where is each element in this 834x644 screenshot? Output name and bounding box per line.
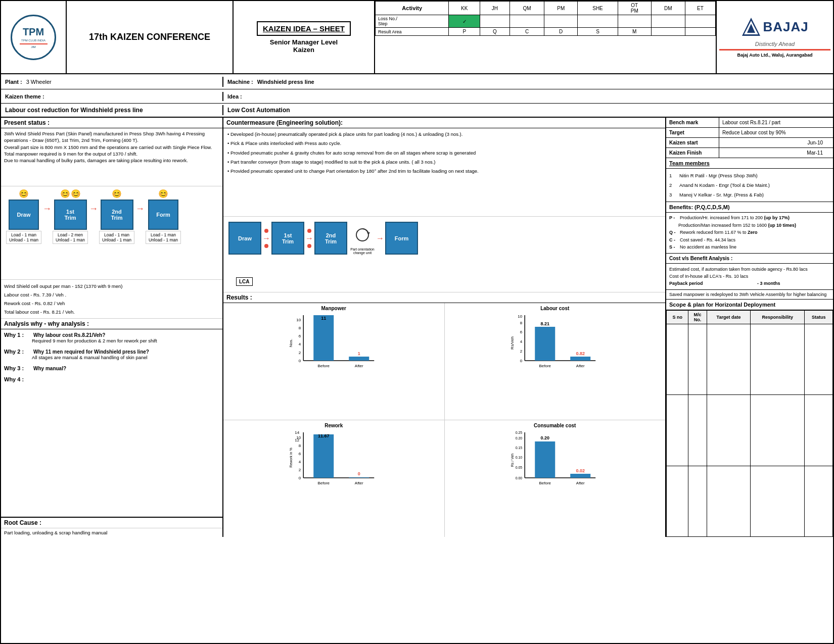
benefit-p2: Production/Man increased form 152 to 160…: [678, 222, 830, 229]
2trim-box: 2ndTrim: [101, 200, 133, 230]
scope-r1-sno: [667, 324, 688, 394]
member-1: 1 Nitin R Patil - Mgr (Press Shop 3Wh): [669, 171, 830, 180]
analysis-header: Analysis why - why analysis :: [1, 319, 222, 329]
machine-value: Windshield press line: [257, 79, 314, 85]
svg-text:6: 6: [520, 330, 522, 334]
svg-rect-31: [313, 434, 334, 478]
result-blank1: [651, 28, 685, 36]
metrics-section: Wind Shield cell ouput per man - 152 (13…: [1, 280, 222, 319]
why3-q: Why manual?: [33, 366, 66, 371]
scope-r2-status: [805, 395, 833, 466]
tpm-sub2: JIM: [31, 45, 36, 48]
svg-text:After: After: [576, 481, 584, 485]
benefits-header: Benefits: (P,Q,C,D,S,M): [666, 202, 833, 213]
machine-area: Machine : Windshield press line: [223, 77, 833, 87]
manpower-after-bar: [349, 357, 369, 361]
benefit-p-letter: P -: [669, 215, 678, 222]
after-2trim-box: 2ndTrim: [314, 222, 347, 255]
scope-r3-sno: [667, 466, 688, 536]
scope-r2-resp: [751, 395, 805, 466]
metric-total: Total labour cost - Rs. 8.21 / Veh.: [4, 308, 219, 316]
activity-label: Activity: [376, 2, 449, 15]
after-1trim: 1stTrim: [271, 222, 304, 255]
loss-et: [685, 15, 715, 28]
loss-pm: [544, 15, 578, 28]
svg-text:After: After: [355, 481, 363, 485]
why3: Why 3 : Why manual?: [4, 365, 219, 371]
process-flow-before: 😊 Draw Load - 1 manUnload - 1 man → 😊😊 1…: [1, 186, 222, 280]
svg-text:Rework in %: Rework in %: [289, 448, 293, 467]
y6: 6: [299, 334, 301, 338]
loss-step-label: Loss No./Step: [376, 15, 449, 28]
scope-r3-mc: [688, 466, 707, 536]
why4-label: Why 4 :: [4, 376, 32, 382]
benefit-s-text: No accident as manless line: [680, 244, 736, 251]
rework-chart-svg: 0 2 4 6 8 10 Rework in % 11.67 Before 0: [226, 430, 442, 490]
svg-text:0.02: 0.02: [576, 468, 585, 473]
y-label: Nos.: [289, 339, 293, 347]
orientation-icon: [355, 222, 370, 247]
after-2trim: 2ndTrim: [314, 222, 347, 255]
loss-she: [578, 15, 618, 28]
col-et: ET: [685, 2, 715, 15]
scope-col-mc: M/cNo.: [688, 310, 707, 324]
result-blank2: [685, 28, 715, 36]
charts-row2: Rework 0 2 4 6 8 10 Rework in % 11.67: [223, 420, 665, 537]
form-man: Load - 1 manUnload - 1 man: [146, 231, 181, 244]
result-d: D: [544, 28, 578, 36]
mp-after-label: After: [355, 364, 363, 368]
member2-num: 2: [669, 180, 677, 190]
logo-circle: TPM TPM CLUB INDIA JIM: [11, 15, 56, 60]
plant-area: Plant : 3 Wheeler: [1, 77, 223, 87]
why2: Why 2 : Why 11 men required for Windshie…: [4, 349, 219, 360]
result-area-label: Result Area: [376, 28, 449, 36]
svg-text:Before: Before: [539, 481, 551, 485]
svg-text:0.15: 0.15: [515, 446, 522, 450]
svg-text:8: 8: [520, 321, 522, 325]
col-otpm: OTPM: [618, 2, 651, 15]
bajaj-logo: BAJAJ: [741, 17, 808, 37]
svg-text:0.25: 0.25: [515, 431, 522, 434]
tpm-text: TPM: [23, 26, 44, 38]
mp-after-val: 1: [358, 351, 360, 356]
scope-row1: [667, 324, 833, 394]
plant-row: Plant : 3 Wheeler Machine : Windshield p…: [1, 74, 833, 89]
scope-r1-mc: [688, 324, 707, 394]
kaizen-finish-value: Mar-11: [719, 148, 833, 158]
conference-title: 17th KAIZEN CONFERENCE: [89, 32, 210, 42]
kaizen-start-value: Jun-10: [719, 138, 833, 147]
benefit-c: C - Cost saved - Rs. 44.34 lacs: [669, 237, 830, 244]
svg-text:2: 2: [520, 349, 522, 354]
countermeasure-text: • Developed (in-house) pneumatically ope…: [223, 128, 665, 217]
labour-chart-svg: 0 2 4 6 8 10 Rs/Veh 8.21 Before 0.82: [447, 313, 663, 373]
target-label: Target: [666, 128, 719, 137]
member3-name: Manoj V Kelkar - Sr. Mgr. (Press & Fab): [679, 190, 764, 200]
mp-before-val: 11: [321, 316, 326, 321]
member1-num: 1: [669, 171, 677, 180]
svg-text:0.20: 0.20: [540, 435, 549, 440]
after-draw: Draw: [228, 222, 261, 255]
result-s: S: [578, 28, 618, 36]
kaizen-start-label: Kaizen start: [666, 138, 719, 147]
labour-chart-title: Labour cost: [447, 306, 663, 311]
kaizen-level: Senior Manager Level: [270, 38, 338, 46]
scope-table: S no M/cNo. Target date Responsibility S…: [666, 310, 833, 537]
after-1trim-box: 1stTrim: [271, 222, 304, 255]
cm-point1: • Developed (in-house) pneumatically ope…: [227, 131, 661, 138]
kaizen-sheet: TPM TPM CLUB INDIA JIM 17th KAIZEN CONFE…: [0, 0, 834, 644]
member1-name: Nitin R Patil - Mgr (Press Shop 3Wh): [679, 171, 758, 180]
draw-man: Load - 1 manUnload - 1 man: [6, 231, 41, 244]
idea-value: Low Cost Automation: [223, 105, 833, 115]
present-status-header: Present status :: [1, 118, 222, 128]
svg-text:Rs / Veh: Rs / Veh: [511, 454, 514, 467]
member3-num: 3: [669, 190, 677, 200]
col-dm: DM: [651, 2, 685, 15]
after-arrow2: →: [305, 229, 313, 248]
flow-1trim: 😊😊 1stTrim Load - 2 menUnload - 1 man: [53, 189, 88, 244]
scope-col-status: Status: [805, 310, 833, 324]
loss-qm: [509, 15, 544, 28]
header: TPM TPM CLUB INDIA JIM 17th KAIZEN CONFE…: [1, 1, 833, 74]
svg-text:2: 2: [299, 468, 301, 472]
cm-point5: • Provided pneumatic operated unit to ch…: [227, 168, 661, 175]
labour-cost-chart: Labour cost 0 2 4 6 8 10 Rs/Veh 8.21: [445, 303, 666, 420]
